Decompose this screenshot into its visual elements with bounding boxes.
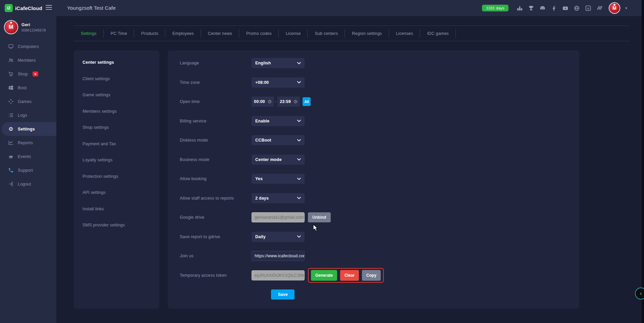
sidebar-item-support[interactable]: Support	[0, 163, 56, 177]
join-us-input[interactable]: https://www.icafecloud.com	[252, 251, 305, 261]
sidebar-item-computers[interactable]: Computers	[0, 40, 56, 53]
trophy-icon[interactable]	[528, 5, 535, 12]
select-value: Center mode	[255, 157, 282, 162]
save-button[interactable]: Save	[271, 289, 294, 300]
tab-region-settings[interactable]: Region settings	[345, 26, 389, 41]
sidebar-item-settings[interactable]: ⚙Settings	[2, 122, 56, 136]
tab-products[interactable]: Products	[134, 26, 165, 41]
field-label: Temporary access token	[180, 273, 252, 278]
settings-menu-api-settings[interactable]: API settings	[74, 184, 159, 201]
diskless-mode-select[interactable]: CCBoot	[252, 135, 305, 145]
field-label: Google drive	[180, 215, 252, 220]
select-value: Yes	[255, 176, 263, 181]
days-badge[interactable]: 1331 days	[482, 5, 508, 11]
chevron-down-icon[interactable]: ▼	[625, 6, 628, 10]
allow-booking-select[interactable]: Yes	[252, 174, 305, 184]
time-value: 23:59	[280, 99, 291, 104]
save-report-to-gdrive-select[interactable]: Daily	[252, 232, 305, 242]
hamburger-menu-icon[interactable]	[46, 5, 52, 11]
sidebar-item-shop[interactable]: Shop5	[0, 67, 56, 81]
sidebar-item-label: Logout	[18, 182, 31, 186]
user-block[interactable]: M Geri 008612345678	[0, 16, 56, 38]
form-row-billing-service: Billing serviceEnable	[168, 116, 579, 126]
business-mode-select[interactable]: Center mode	[252, 155, 305, 165]
language-select[interactable]: English	[252, 58, 305, 68]
sidebar-item-games[interactable]: Games	[0, 95, 56, 108]
tab-settings[interactable]: Settings	[74, 26, 104, 41]
time-zone-select[interactable]: +08:00	[252, 77, 305, 88]
field-control: Enable	[252, 116, 305, 126]
field-control: Yes	[252, 174, 305, 184]
avatar[interactable]: M	[609, 3, 620, 13]
topbar-right: 1331 days i2 M ▼	[482, 0, 628, 16]
generate-button[interactable]: Generate	[311, 270, 337, 281]
members-icon	[8, 57, 14, 63]
sidebar-item-label: Games	[18, 99, 32, 104]
scrollbar-track[interactable]	[642, 0, 644, 323]
field-label: Time zone	[180, 80, 252, 85]
tab-employees[interactable]: Employees	[165, 26, 201, 41]
icafecloud-icon[interactable]: i2	[585, 5, 592, 12]
settings-menu-shop-settings[interactable]: Shop settings	[74, 119, 159, 136]
all-day-button[interactable]: All	[303, 97, 311, 106]
chevron-down-icon	[297, 62, 301, 64]
settings-menu-payment-and-tax[interactable]: Payment and Tax	[74, 136, 159, 152]
sidebar-item-logs[interactable]: Logs	[0, 108, 56, 122]
sidebar-item-logout[interactable]: Logout	[0, 177, 56, 191]
form-row-save-report-to-gdrive: Save report to gdriveDaily	[168, 232, 579, 242]
tab-sub-centers[interactable]: Sub centers	[308, 26, 345, 41]
settings-menu-client-settings[interactable]: Client settings	[74, 71, 159, 87]
tab-licenses[interactable]: Licenses	[389, 26, 420, 41]
tab-license[interactable]: License	[279, 26, 308, 41]
tab-pc-time[interactable]: PC Time	[104, 26, 134, 41]
open-time-end-input[interactable]: 23:59	[277, 97, 300, 107]
events-icon	[8, 154, 14, 159]
tab-promo-codes[interactable]: Promo codes	[239, 26, 279, 41]
top-bar: i2 iCafeCloud Youngzsoft Test Cafe 1331 …	[0, 0, 644, 16]
field-label: Language	[180, 61, 252, 65]
open-time-start-input[interactable]: 00:00	[252, 97, 274, 107]
tab-center-news[interactable]: Center news	[201, 26, 239, 41]
discord-icon[interactable]	[539, 5, 546, 12]
sidebar-item-boot[interactable]: Boot	[0, 81, 56, 95]
settings-menu-install-links[interactable]: Install links	[74, 201, 159, 217]
sidebar-item-events[interactable]: Events	[0, 150, 56, 163]
clock-icon	[293, 100, 298, 104]
temporary-access-token-input[interactable]: eyJ0cXAiOiJKV1QiLCJhbGciOi	[252, 270, 305, 280]
allow-staff-access-to-reports-select[interactable]: 2 days	[252, 193, 305, 203]
brand[interactable]: i2 iCafeCloud	[5, 0, 42, 16]
settings-menu-protection-settings[interactable]: Protection settings	[74, 168, 159, 185]
settings-menu-loyalty-settings[interactable]: Loyalty settings	[74, 152, 159, 168]
globe-icon[interactable]	[573, 5, 580, 12]
field-control: gerisaranda1@gmail.comUnbind	[252, 212, 331, 222]
chevron-down-icon	[297, 197, 301, 199]
sidebar-item-reports[interactable]: Reports	[0, 136, 56, 150]
unbind-button[interactable]: Unbind	[308, 212, 331, 222]
google-drive-input[interactable]: gerisaranda1@gmail.com	[252, 212, 305, 222]
field-label: Business mode	[180, 157, 252, 162]
copy-button[interactable]: Copy	[362, 270, 381, 281]
settings-menu-sms-provider-settings[interactable]: SMS provider settings	[74, 217, 159, 233]
sidebar-item-label: Settings	[18, 127, 35, 131]
field-control: English	[252, 58, 305, 68]
layers-icon[interactable]	[596, 5, 603, 12]
time-value: 00:00	[254, 99, 265, 104]
field-control: Center mode	[252, 155, 305, 165]
settings-menu-game-settings[interactable]: Game settings	[74, 87, 159, 103]
brand-name: iCafeCloud	[15, 5, 42, 11]
field-control: +08:00	[252, 77, 305, 88]
computers-icon	[8, 44, 14, 49]
tab-idc-games[interactable]: IDC games	[420, 26, 455, 41]
billing-service-select[interactable]: Enable	[252, 116, 305, 126]
settings-menu-center-settings[interactable]: Center settings	[74, 54, 159, 71]
ranking-icon[interactable]	[516, 5, 523, 12]
sidebar-item-members[interactable]: Members	[0, 53, 56, 67]
settings-menu-members-settings[interactable]: Members settings	[74, 103, 159, 120]
facebook-icon[interactable]	[550, 5, 557, 12]
boot-icon	[8, 85, 14, 91]
youtube-icon[interactable]	[562, 5, 569, 12]
field-control: CCBoot	[252, 135, 305, 145]
select-value: Daily	[255, 234, 266, 239]
clear-button[interactable]: Clear	[340, 270, 359, 281]
field-control: 00:00-23:59All	[252, 97, 311, 107]
